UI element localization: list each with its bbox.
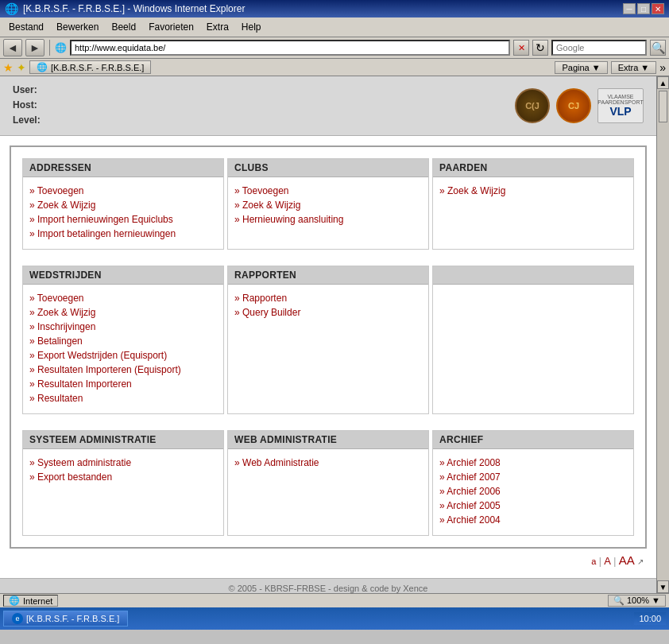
favorites-menu[interactable]: Favorieten xyxy=(143,19,199,35)
wedstrijden-toevoegen-link[interactable]: Toevoegen xyxy=(29,291,217,305)
section-paarden-header: PAARDEN xyxy=(433,159,633,177)
toolbar: ◄ ► 🌐 ✕ ↻ 🔍 xyxy=(0,37,669,59)
maximize-button[interactable]: □ xyxy=(637,3,650,14)
section-wedstrijden-body: Toevoegen Zoek & Wijzig Inschrijvingen B… xyxy=(23,285,223,413)
logo3: VLAAMSEPAARDENSPORT VLP xyxy=(597,88,644,123)
section-paarden-body: Zoek & Wijzig xyxy=(433,177,633,206)
status-bar: 🌐 Internet 🔍 100% ▼ xyxy=(0,593,669,607)
favorites-link-label: [K.B.R.S.F. - F.R.B.S.E.] xyxy=(51,63,144,72)
archief-2008-link[interactable]: Archief 2008 xyxy=(439,456,627,470)
header-info: User: Host: Level: xyxy=(13,83,41,129)
section-web-admin-header: WEB ADMINISTRATIE xyxy=(228,431,428,449)
rapporten-rapporten-link[interactable]: Rapporten xyxy=(234,291,422,305)
font-size-icon: ↗ xyxy=(637,557,644,566)
wedstrijden-import-equisport-link[interactable]: Resultaten Importeren (Equisport) xyxy=(29,363,217,377)
pagina-button[interactable]: Pagina ▼ xyxy=(555,61,607,74)
archief-2007-link[interactable]: Archief 2007 xyxy=(439,470,627,484)
zoom-control[interactable]: 🔍 100% ▼ xyxy=(608,595,666,607)
help-menu[interactable]: Help xyxy=(236,19,267,35)
tools-menu[interactable]: Extra xyxy=(201,19,234,35)
addressen-import-betalingen-link[interactable]: Import betalingen hernieuwingen xyxy=(29,227,217,241)
section-addressen-body: Toevoegen Zoek & Wijzig Import hernieuwi… xyxy=(23,177,223,249)
wedstrijden-zoek-link[interactable]: Zoek & Wijzig xyxy=(29,305,217,320)
addressen-toevoegen-link[interactable]: Toevoegen xyxy=(29,184,217,198)
archief-2005-link[interactable]: Archief 2005 xyxy=(439,499,627,513)
page-header: User: Host: Level: C(J CJ VLAAMSEPAARDEN… xyxy=(0,76,656,136)
addressen-import-equiclubs-link[interactable]: Import hernieuwingen Equiclubs xyxy=(29,212,217,227)
section-systeem: SYSTEEM ADMINISTRATIE Systeem administra… xyxy=(22,430,224,536)
wedstrijden-export-link[interactable]: Export Wedstrijden (Equisport) xyxy=(29,348,217,363)
favorites-bar: ★ ✦ 🌐 [K.B.R.S.F. - F.R.B.S.E.] Pagina ▼… xyxy=(0,59,669,76)
add-favorites-icon: ✦ xyxy=(17,61,26,74)
back-button[interactable]: ◄ xyxy=(3,39,22,56)
stop-button[interactable]: ✕ xyxy=(513,40,529,56)
scroll-track xyxy=(657,89,669,580)
toolbar-extend-icon[interactable]: » xyxy=(659,61,666,74)
scroll-up-button[interactable]: ▲ xyxy=(657,76,669,89)
edit-menu[interactable]: Bewerken xyxy=(51,19,104,35)
wedstrijden-betalingen-link[interactable]: Betalingen xyxy=(29,334,217,348)
section-archief-body: Archief 2008 Archief 2007 Archief 2006 A… xyxy=(433,449,633,535)
wedstrijden-import-link[interactable]: Resultaten Importeren xyxy=(29,377,217,391)
pagina-label: Pagina xyxy=(562,63,589,72)
clubs-toevoegen-link[interactable]: Toevoegen xyxy=(234,184,422,198)
section-archief-header: ARCHIEF xyxy=(433,431,633,449)
section-clubs-body: Toevoegen Zoek & Wijzig Hernieuwing aans… xyxy=(228,177,428,235)
font-size-controls: a | A | AA ↗ xyxy=(10,549,647,568)
taskbar-ie-button[interactable]: e [K.B.R.S.F. - F.R.B.S.E.] xyxy=(3,611,128,627)
file-menu[interactable]: Bestand xyxy=(3,19,49,35)
top-row: ADDRESSEN Toevoegen Zoek & Wijzig Import… xyxy=(21,157,636,251)
sys-tray: 10:00 xyxy=(634,612,666,625)
section-empty-body xyxy=(433,285,633,299)
close-button[interactable]: ✕ xyxy=(652,3,664,14)
menu-bar: Bestand Bewerken Beeld Favorieten Extra … xyxy=(0,17,669,37)
font-size-medium[interactable]: A xyxy=(604,555,611,567)
logo1: C(J xyxy=(515,88,550,123)
search-button[interactable]: 🔍 xyxy=(650,40,666,56)
font-size-small[interactable]: a xyxy=(591,557,596,566)
taskbar-ie-icon: e xyxy=(12,613,23,624)
section-paarden: PAARDEN Zoek & Wijzig xyxy=(432,158,634,250)
forward-button[interactable]: ► xyxy=(25,39,44,56)
scrollbar[interactable]: ▲ ▼ xyxy=(656,76,669,593)
clubs-hernieuwing-link[interactable]: Hernieuwing aansluiting xyxy=(234,212,422,227)
refresh-button[interactable]: ↻ xyxy=(532,40,548,56)
paarden-zoek-link[interactable]: Zoek & Wijzig xyxy=(439,184,627,198)
clubs-zoek-link[interactable]: Zoek & Wijzig xyxy=(234,198,422,212)
address-label: 🌐 xyxy=(55,42,67,53)
footer-text: © 2005 - KBRSF-FRBSE - design & code by … xyxy=(229,584,428,593)
font-size-large[interactable]: AA xyxy=(619,553,635,567)
pagina-chevron-icon: ▼ xyxy=(592,63,601,72)
scroll-down-button[interactable]: ▼ xyxy=(657,580,669,593)
search-input[interactable] xyxy=(551,40,647,56)
rapporten-query-link[interactable]: Query Builder xyxy=(234,305,422,320)
taskbar: e [K.B.R.S.F. - F.R.B.S.E.] 10:00 xyxy=(0,607,669,630)
view-menu[interactable]: Beeld xyxy=(106,19,141,35)
addressen-zoek-link[interactable]: Zoek & Wijzig xyxy=(29,198,217,212)
user-label: User: xyxy=(13,84,37,95)
favorites-link[interactable]: 🌐 [K.B.R.S.F. - F.R.B.S.E.] xyxy=(29,60,151,74)
wedstrijden-resultaten-link[interactable]: Resultaten xyxy=(29,391,217,405)
archief-2006-link[interactable]: Archief 2006 xyxy=(439,484,627,499)
fav-page-icon: 🌐 xyxy=(37,62,48,72)
section-systeem-body: Systeem administratie Export bestanden xyxy=(23,449,223,492)
section-addressen-header: ADDRESSEN xyxy=(23,159,223,177)
main-content: ADDRESSEN Toevoegen Zoek & Wijzig Import… xyxy=(0,136,656,578)
archief-2004-link[interactable]: Archief 2004 xyxy=(439,513,627,527)
scroll-thumb[interactable] xyxy=(659,91,667,122)
section-empty-header xyxy=(433,266,633,285)
status-zone: 🌐 Internet xyxy=(3,595,58,607)
address-input[interactable] xyxy=(70,40,510,56)
status-right: 🔍 100% ▼ xyxy=(608,595,666,607)
wedstrijden-inschrijvingen-link[interactable]: Inschrijvingen xyxy=(29,320,217,334)
title-bar: 🌐 [K.B.R.S.F. - F.R.B.S.E.] - Windows In… xyxy=(0,0,669,17)
systeem-admin-link[interactable]: Systeem administratie xyxy=(29,456,217,470)
systeem-export-link[interactable]: Export bestanden xyxy=(29,470,217,484)
zoom-value: 100% xyxy=(627,596,649,605)
extra-button[interactable]: Extra ▼ xyxy=(611,61,657,74)
web-admin-link[interactable]: Web Administratie xyxy=(234,456,422,470)
section-rapporten: RAPPORTEN Rapporten Query Builder xyxy=(227,266,429,414)
level-label: Level: xyxy=(13,114,41,126)
minimize-button[interactable]: ─ xyxy=(623,3,636,14)
taskbar-btn-label: [K.B.R.S.F. - F.R.B.S.E.] xyxy=(26,614,119,623)
